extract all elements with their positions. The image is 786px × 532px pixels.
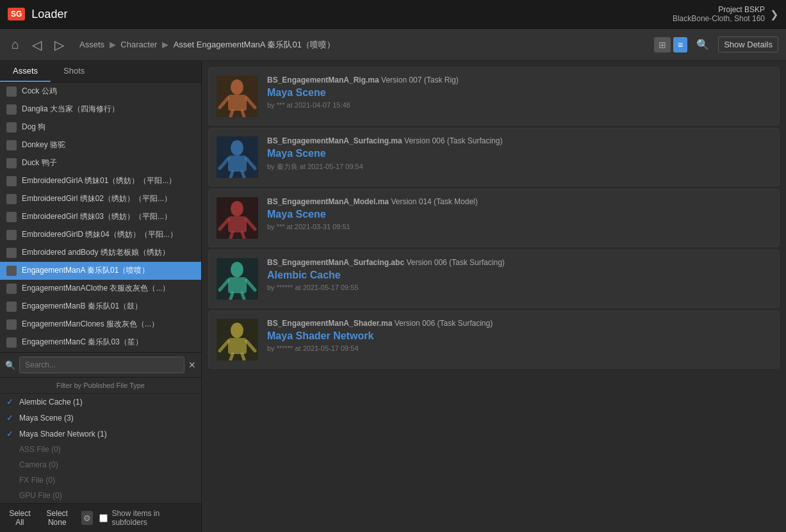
asset-name: EngagementManB 秦乐队01（鼓） bbox=[22, 301, 142, 312]
main-layout: Assets Shots Cock 公鸡 Danglia 大当家（四海修行） D… bbox=[0, 61, 786, 532]
tab-shots[interactable]: Shots bbox=[51, 61, 97, 82]
svg-line-20 bbox=[220, 280, 228, 290]
svg-rect-25 bbox=[228, 338, 247, 354]
list-item[interactable]: EngagementManB 秦乐队01（鼓） bbox=[0, 298, 201, 316]
list-view-button[interactable]: ≡ bbox=[673, 37, 687, 52]
list-item[interactable]: EngagementManAClothe 衣服改灰色（...） bbox=[0, 280, 201, 298]
card-thumbnail bbox=[217, 197, 258, 239]
sg-logo: SG bbox=[8, 8, 25, 20]
filter-item-alembic[interactable]: ✓ Alembic Cache (1) bbox=[0, 394, 201, 410]
card-info: BS_EngagementManA_Rig.ma Version 007 (Ta… bbox=[267, 76, 771, 109]
select-all-button[interactable]: Select All bbox=[6, 509, 33, 527]
asset-name: Cock 公鸡 bbox=[22, 86, 57, 97]
asset-card[interactable]: BS_EngagementManA_Shader.ma Version 006 … bbox=[208, 310, 780, 369]
filter-check-alembic: ✓ bbox=[6, 397, 15, 407]
list-item[interactable]: EmbroideredGirlD 绣妹04（绣妨）（平阳...） bbox=[0, 226, 201, 244]
card-thumbnail bbox=[217, 258, 258, 300]
card-meta: by ****** at 2021-05-17 09:54 bbox=[267, 344, 771, 352]
subfolder-label[interactable]: Show items in subfolders bbox=[111, 509, 182, 527]
svg-point-12 bbox=[231, 201, 243, 216]
card-meta: by 秦力良 at 2021-05-17 09:54 bbox=[267, 162, 771, 172]
next-arrow-icon[interactable]: ❯ bbox=[770, 8, 778, 20]
list-item[interactable]: Danglia 大当家（四海修行） bbox=[0, 101, 201, 118]
asset-icon bbox=[6, 302, 17, 312]
subfolder-checkbox[interactable] bbox=[99, 514, 108, 522]
asset-name: Duck 鸭子 bbox=[22, 157, 57, 168]
list-item[interactable]: EmbroideredGirl 绣妹02（绣妨）（平阳...） bbox=[0, 190, 201, 208]
svg-line-16 bbox=[231, 232, 233, 238]
show-details-button[interactable]: Show Details bbox=[718, 36, 778, 52]
select-none-button[interactable]: Select None bbox=[40, 509, 75, 527]
list-item[interactable]: Donkey 骆驼 bbox=[0, 136, 201, 154]
asset-name: EngagementManClones 服改灰色（...） bbox=[22, 319, 159, 330]
back-button[interactable]: ◁ bbox=[28, 35, 45, 55]
asset-card[interactable]: BS_EngagementManA_Model.ma Version 014 (… bbox=[208, 189, 780, 247]
filter-item-gpu[interactable]: GPU File (0) bbox=[0, 488, 201, 503]
asset-name: Embroidered andBody 绣妨老板娘（绣妨） bbox=[22, 247, 170, 258]
asset-card[interactable]: BS_EngagementManA_Surfacing.ma Version 0… bbox=[208, 128, 780, 186]
forward-button[interactable]: ▷ bbox=[51, 35, 68, 55]
filter-check-maya: ✓ bbox=[6, 413, 15, 423]
asset-card[interactable]: BS_EngagementManA_Surfacing.abc Version … bbox=[208, 250, 780, 308]
asset-card[interactable]: BS_EngagementManA_Rig.ma Version 007 (Ta… bbox=[208, 67, 780, 125]
tab-assets[interactable]: Assets bbox=[0, 61, 51, 82]
home-button[interactable]: ⌂ bbox=[8, 35, 23, 54]
clear-search-button[interactable]: ✕ bbox=[188, 360, 196, 370]
svg-point-18 bbox=[231, 262, 243, 277]
gear-button[interactable]: ⚙ bbox=[81, 511, 94, 525]
search-area: 🔍 ✕ bbox=[0, 352, 201, 377]
svg-line-23 bbox=[242, 293, 244, 299]
svg-line-11 bbox=[242, 172, 244, 177]
svg-rect-7 bbox=[228, 156, 247, 172]
breadcrumb-assets[interactable]: Assets bbox=[79, 40, 104, 49]
card-type: Maya Scene bbox=[267, 148, 771, 159]
asset-icon bbox=[6, 86, 17, 97]
asset-icon bbox=[6, 248, 17, 258]
asset-icon bbox=[6, 176, 17, 186]
asset-icon bbox=[6, 319, 17, 330]
asset-icon bbox=[6, 140, 17, 150]
asset-icon bbox=[6, 266, 17, 276]
asset-icon bbox=[6, 158, 17, 168]
svg-rect-13 bbox=[228, 216, 247, 232]
svg-line-10 bbox=[231, 172, 233, 177]
breadcrumb: Assets ▶ Character ▶ Asset EngagementMan… bbox=[79, 39, 649, 51]
filter-item-shader[interactable]: ✓ Maya Shader Network (1) bbox=[0, 426, 201, 442]
list-item[interactable]: EngagementManC 秦乐队03（笙） bbox=[0, 334, 201, 351]
filter-item-fx[interactable]: FX File (0) bbox=[0, 472, 201, 488]
filter-label-camera: Camera (0) bbox=[19, 460, 58, 469]
breadcrumb-character[interactable]: Character bbox=[120, 40, 157, 49]
list-item[interactable]: EngagementManClones 服改灰色（...） bbox=[0, 316, 201, 334]
filter-label-alembic: Alembic Cache (1) bbox=[19, 398, 83, 407]
project-name: Project BSKP bbox=[673, 5, 765, 14]
asset-icon bbox=[6, 212, 17, 222]
asset-icon bbox=[6, 337, 17, 348]
shot-info: BlackBone-Cloth, Shot 160 bbox=[673, 14, 765, 23]
card-info: BS_EngagementManA_Surfacing.abc Version … bbox=[267, 258, 771, 291]
svg-line-21 bbox=[247, 280, 255, 290]
grid-view-button[interactable]: ⊞ bbox=[654, 37, 671, 52]
right-panel: BS_EngagementManA_Rig.ma Version 007 (Ta… bbox=[202, 61, 786, 532]
list-item[interactable]: Duck 鸭子 bbox=[0, 154, 201, 172]
asset-name: EmbroideredGirl 绣妹03（绣妨）（平阳...） bbox=[22, 211, 172, 222]
card-title: BS_EngagementManA_Model.ma Version 014 (… bbox=[267, 197, 771, 206]
list-item[interactable]: Embroidered andBody 绣妨老板娘（绣妨） bbox=[0, 244, 201, 262]
list-item[interactable]: Cock 公鸡 bbox=[0, 83, 201, 101]
list-item[interactable]: EmbroideredGirlA 绣妹01（绣妨）（平阳...） bbox=[0, 172, 201, 190]
asset-name: EngagementManA 秦乐队01（喷喷） bbox=[22, 265, 149, 276]
filter-item-camera[interactable]: Camera (0) bbox=[0, 457, 201, 472]
filter-item-ass[interactable]: ASS File (0) bbox=[0, 442, 201, 457]
filter-label-ass: ASS File (0) bbox=[19, 445, 61, 454]
card-thumbnail bbox=[217, 319, 258, 360]
bottom-bar: Select All Select None ⚙ Show items in s… bbox=[0, 503, 201, 532]
search-input[interactable] bbox=[19, 357, 184, 373]
list-item[interactable]: EngagementManA 秦乐队01（喷喷） bbox=[0, 262, 201, 280]
filter-item-maya[interactable]: ✓ Maya Scene (3) bbox=[0, 410, 201, 426]
card-info: BS_EngagementManA_Model.ma Version 014 (… bbox=[267, 197, 771, 230]
asset-name: EmbroideredGirlA 绣妹01（绣妨）（平阳...） bbox=[22, 175, 176, 186]
list-item[interactable]: EmbroideredGirl 绣妹03（绣妨）（平阳...） bbox=[0, 208, 201, 226]
search-icon-button[interactable]: 🔍 bbox=[692, 36, 713, 53]
search-icon: 🔍 bbox=[5, 360, 15, 370]
list-item[interactable]: Dog 狗 bbox=[0, 118, 201, 136]
card-meta: by *** at 2021-04-07 15:48 bbox=[267, 101, 771, 109]
